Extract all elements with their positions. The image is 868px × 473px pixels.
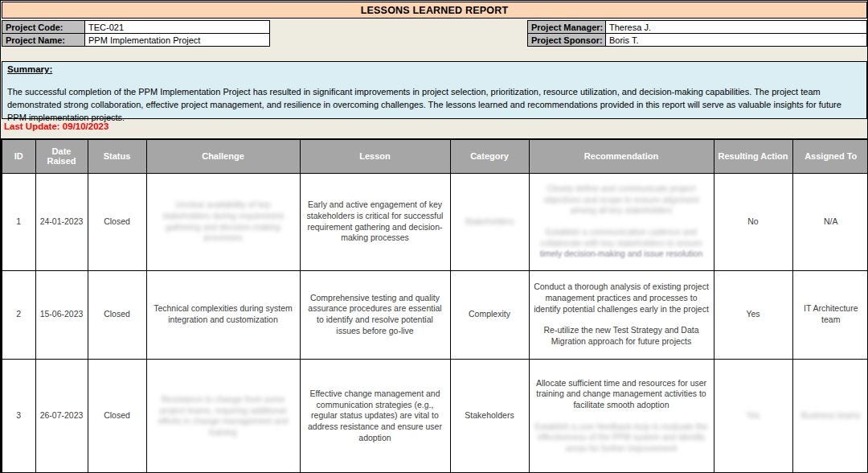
header-challenge: Challenge xyxy=(146,139,300,173)
redacted-text: timely decision-making and issue resolut… xyxy=(540,249,703,258)
cell-challenge[interactable]: Unclear availability of key stakeholders… xyxy=(146,173,300,270)
report-title: LESSONS LEARNED REPORT xyxy=(2,2,867,19)
cell-assigned-to[interactable]: IT Architecture team xyxy=(792,270,868,359)
header-status: Status xyxy=(88,139,146,173)
last-update-label: Last Update: 09/10/2023 xyxy=(4,121,108,131)
cell-id[interactable]: 3 xyxy=(2,359,35,473)
cell-assigned-to[interactable]: N/A xyxy=(792,173,868,270)
cell-date-raised[interactable]: 26-07-2023 xyxy=(35,359,88,473)
table-row: 1 24-01-2023 Closed Unclear availability… xyxy=(2,173,868,270)
redacted-text: Unclear availability of key stakeholders… xyxy=(162,199,284,242)
cell-id[interactable]: 2 xyxy=(2,270,35,359)
cell-status[interactable]: Closed xyxy=(88,270,146,359)
project-manager-label: Project Manager: xyxy=(527,20,606,34)
recommendation-paragraph: Allocate sufficient time and resources f… xyxy=(534,378,710,411)
cell-category[interactable]: Stakeholders xyxy=(450,359,529,473)
project-code-value[interactable]: TEC-021 xyxy=(84,20,270,34)
recommendation-paragraph: Re-utilize the new Test Strategy and Dat… xyxy=(534,325,710,347)
cell-assigned-to[interactable]: Business teams xyxy=(792,359,868,473)
cell-date-raised[interactable]: 15-06-2023 xyxy=(35,270,88,359)
lessons-learned-report-sheet: LESSONS LEARNED REPORT Project Code: TEC… xyxy=(0,0,868,473)
cell-category[interactable]: Stakeholders xyxy=(450,173,529,270)
cell-lesson[interactable]: Effective change management and communic… xyxy=(300,359,450,473)
project-sponsor-label: Project Sponsor: xyxy=(527,33,606,47)
redacted-text: Resistance to change from some project t… xyxy=(158,394,288,437)
project-name-value[interactable]: PPM Implementation Project xyxy=(84,33,270,47)
table-row: 2 15-06-2023 Closed Technical complexiti… xyxy=(2,270,868,359)
lessons-table: ID Date Raised Status Challenge Lesson C… xyxy=(1,138,868,473)
project-sponsor-value[interactable]: Boris T. xyxy=(605,33,867,47)
cell-category[interactable]: Complexity xyxy=(450,270,529,359)
cell-resulting-action[interactable]: Yes xyxy=(714,359,792,473)
header-resulting-action: Resulting Action xyxy=(714,139,792,173)
cell-status[interactable]: Closed xyxy=(88,359,146,473)
cell-status[interactable]: Closed xyxy=(88,173,146,270)
redacted-text: Establish a communication cadence and co… xyxy=(540,227,702,248)
table-header-row: ID Date Raised Status Challenge Lesson C… xyxy=(2,139,868,173)
cell-challenge[interactable]: Resistance to change from some project t… xyxy=(146,359,300,473)
project-code-label: Project Code: xyxy=(2,20,85,34)
summary-box: Summary: The successful completion of th… xyxy=(2,61,867,119)
project-name-label: Project Name: xyxy=(2,33,85,47)
cell-recommendation[interactable]: Conduct a thorough analysis of existing … xyxy=(529,270,714,359)
redacted-text: Stakeholders xyxy=(465,216,514,226)
cell-recommendation[interactable]: Clearly define and communicate project o… xyxy=(529,173,714,270)
cell-resulting-action[interactable]: No xyxy=(714,173,792,270)
cell-lesson[interactable]: Early and active engagement of key stake… xyxy=(300,173,450,270)
header-date-raised: Date Raised xyxy=(35,139,88,173)
redacted-text: Business teams xyxy=(801,410,861,420)
header-category: Category xyxy=(450,139,529,173)
table-row: 3 26-07-2023 Closed Resistance to change… xyxy=(2,359,868,473)
header-recommendation: Recommendation xyxy=(529,139,714,173)
header-assigned-to: Assigned To xyxy=(792,139,868,173)
redacted-text: Yes xyxy=(746,410,760,420)
header-id: ID xyxy=(2,139,35,173)
redacted-text: Establish a user feedback loop to evalua… xyxy=(534,422,710,454)
project-manager-value[interactable]: Theresa J. xyxy=(605,20,867,34)
cell-date-raised[interactable]: 24-01-2023 xyxy=(35,173,88,270)
cell-lesson[interactable]: Comprehensive testing and quality assura… xyxy=(300,270,450,359)
header-lesson: Lesson xyxy=(300,139,450,173)
cell-recommendation[interactable]: Allocate sufficient time and resources f… xyxy=(529,359,714,473)
recommendation-paragraph: Conduct a thorough analysis of existing … xyxy=(534,282,710,315)
summary-heading: Summary: xyxy=(7,64,862,74)
summary-text: The successful completion of the PPM Imp… xyxy=(7,86,862,125)
cell-challenge[interactable]: Technical complexities during system int… xyxy=(146,270,300,359)
redacted-text: Clearly define and communicate project o… xyxy=(534,183,710,216)
cell-id[interactable]: 1 xyxy=(2,173,35,270)
cell-resulting-action[interactable]: Yes xyxy=(714,270,792,359)
